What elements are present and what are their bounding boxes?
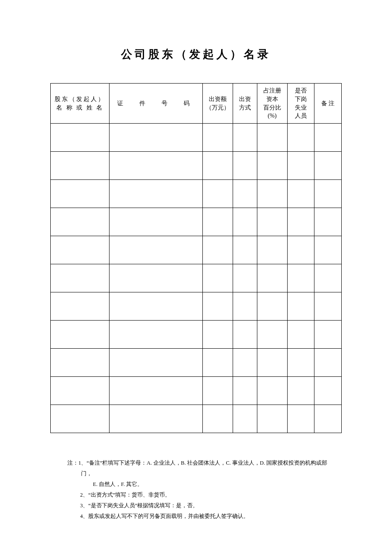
note-1b: E. 自然人，F. 其它。	[67, 479, 333, 490]
header-remark: 备 注	[314, 84, 342, 124]
cell-remark	[314, 321, 342, 349]
table-body	[51, 124, 342, 433]
cell-id	[110, 349, 203, 377]
cell-name	[51, 236, 110, 264]
cell-id	[110, 377, 203, 405]
cell-amount	[203, 152, 233, 180]
cell-unemployed	[287, 321, 314, 349]
note-1: 注：1、“备注”栏填写下述字母：A. 企业法人，B. 社会团体法人，C. 事业法…	[67, 458, 333, 479]
table-row	[51, 236, 342, 264]
cell-unemployed	[287, 124, 314, 152]
document-page: 公司股东（发起人）名录 股东（发起人） 名 称 或 姓 名 证 件 号 码 出资…	[0, 0, 392, 522]
note-3: 3、“是否下岗失业人员”根据情况填写：是，否。	[67, 500, 333, 511]
cell-amount	[203, 180, 233, 208]
table-row	[51, 264, 342, 292]
cell-method	[233, 124, 257, 152]
cell-remark	[314, 236, 342, 264]
cell-remark	[314, 180, 342, 208]
cell-name	[51, 321, 110, 349]
cell-remark	[314, 124, 342, 152]
cell-remark	[314, 405, 342, 433]
header-amount: 出资额 （万元）	[203, 84, 233, 124]
table-header-row: 股东（发起人） 名 称 或 姓 名 证 件 号 码 出资额 （万元） 出资 方式…	[51, 84, 342, 124]
cell-method	[233, 208, 257, 236]
cell-method	[233, 321, 257, 349]
cell-percent	[257, 349, 287, 377]
cell-amount	[203, 236, 233, 264]
cell-id	[110, 405, 203, 433]
cell-remark	[314, 152, 342, 180]
cell-percent	[257, 264, 287, 292]
cell-name	[51, 349, 110, 377]
cell-id	[110, 292, 203, 321]
cell-percent	[257, 180, 287, 208]
note-2: 2、“出资方式”填写：货币、非货币。	[67, 490, 333, 500]
cell-percent	[257, 208, 287, 236]
cell-name	[51, 180, 110, 208]
cell-id	[110, 208, 203, 236]
header-unemployed: 是否 下岗 失业 人员	[287, 84, 314, 124]
cell-unemployed	[287, 292, 314, 321]
cell-percent	[257, 321, 287, 349]
cell-name	[51, 377, 110, 405]
cell-amount	[203, 124, 233, 152]
cell-amount	[203, 321, 233, 349]
header-percent: 占注册 资本 百分比 (%)	[257, 84, 287, 124]
cell-unemployed	[287, 152, 314, 180]
cell-name	[51, 264, 110, 292]
document-title: 公司股东（发起人）名录	[50, 47, 342, 62]
header-name: 股东（发起人） 名 称 或 姓 名	[51, 84, 110, 124]
table-row	[51, 321, 342, 349]
cell-name	[51, 152, 110, 180]
cell-method	[233, 292, 257, 321]
cell-id	[110, 321, 203, 349]
cell-remark	[314, 208, 342, 236]
table-row	[51, 292, 342, 321]
cell-name	[51, 405, 110, 433]
cell-method	[233, 236, 257, 264]
cell-remark	[314, 349, 342, 377]
cell-percent	[257, 236, 287, 264]
cell-percent	[257, 152, 287, 180]
cell-unemployed	[287, 405, 314, 433]
cell-id	[110, 264, 203, 292]
cell-method	[233, 349, 257, 377]
cell-unemployed	[287, 208, 314, 236]
cell-method	[233, 180, 257, 208]
cell-percent	[257, 405, 287, 433]
note-4: 4、股东或发起人写不下的可另备页面载明，并由被委托人签字确认。	[67, 511, 333, 522]
cell-amount	[203, 405, 233, 433]
cell-id	[110, 152, 203, 180]
table-row	[51, 405, 342, 433]
table-row	[51, 208, 342, 236]
cell-name	[51, 292, 110, 321]
cell-percent	[257, 124, 287, 152]
cell-amount	[203, 292, 233, 321]
cell-percent	[257, 292, 287, 321]
cell-remark	[314, 292, 342, 321]
cell-method	[233, 405, 257, 433]
cell-unemployed	[287, 180, 314, 208]
header-method: 出资 方式	[233, 84, 257, 124]
cell-amount	[203, 377, 233, 405]
cell-id	[110, 180, 203, 208]
table-row	[51, 152, 342, 180]
cell-amount	[203, 349, 233, 377]
cell-remark	[314, 377, 342, 405]
notes-block: 注：1、“备注”栏填写下述字母：A. 企业法人，B. 社会团体法人，C. 事业法…	[50, 458, 342, 522]
table-row	[51, 377, 342, 405]
table-row	[51, 180, 342, 208]
shareholder-table: 股东（发起人） 名 称 或 姓 名 证 件 号 码 出资额 （万元） 出资 方式…	[50, 83, 342, 433]
cell-unemployed	[287, 377, 314, 405]
cell-unemployed	[287, 349, 314, 377]
header-id: 证 件 号 码	[110, 84, 203, 124]
cell-amount	[203, 208, 233, 236]
cell-unemployed	[287, 236, 314, 264]
cell-id	[110, 124, 203, 152]
cell-name	[51, 124, 110, 152]
cell-method	[233, 377, 257, 405]
table-row	[51, 124, 342, 152]
cell-unemployed	[287, 264, 314, 292]
table-row	[51, 349, 342, 377]
cell-name	[51, 208, 110, 236]
